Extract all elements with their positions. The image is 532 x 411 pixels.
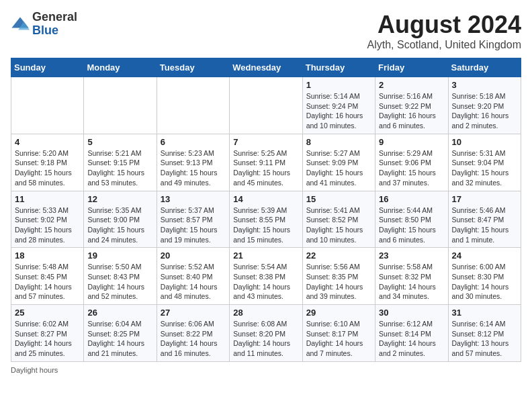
calendar-cell: 23Sunrise: 5:58 AMSunset: 8:32 PMDayligh…	[375, 248, 448, 305]
calendar-cell: 24Sunrise: 6:00 AMSunset: 8:30 PMDayligh…	[448, 248, 521, 305]
calendar-cell: 21Sunrise: 5:54 AMSunset: 8:38 PMDayligh…	[230, 248, 302, 305]
calendar-cell: 22Sunrise: 5:56 AMSunset: 8:35 PMDayligh…	[302, 248, 375, 305]
calendar-cell: 19Sunrise: 5:50 AMSunset: 8:43 PMDayligh…	[84, 248, 157, 305]
day-number: 19	[87, 250, 152, 261]
day-number: 14	[233, 194, 298, 204]
calendar-cell: 5Sunrise: 5:21 AMSunset: 9:15 PMDaylight…	[84, 134, 157, 191]
day-info: Sunrise: 5:29 AMSunset: 9:06 PMDaylight:…	[379, 148, 444, 188]
header-sunday: Sunday	[11, 58, 84, 77]
calendar-cell: 7Sunrise: 5:25 AMSunset: 9:11 PMDaylight…	[230, 134, 302, 191]
footer-note: Daylight hours	[11, 366, 521, 374]
calendar-cell: 11Sunrise: 5:33 AMSunset: 9:02 PMDayligh…	[11, 191, 84, 248]
day-info: Sunrise: 5:35 AMSunset: 9:00 PMDaylight:…	[87, 205, 152, 245]
day-number: 24	[452, 250, 517, 261]
day-number: 22	[306, 250, 371, 261]
calendar-cell	[11, 77, 84, 134]
day-info: Sunrise: 5:16 AMSunset: 9:22 PMDaylight:…	[379, 91, 444, 131]
calendar-cell: 26Sunrise: 6:04 AMSunset: 8:25 PMDayligh…	[84, 305, 157, 362]
day-info: Sunrise: 5:44 AMSunset: 8:50 PMDaylight:…	[379, 205, 444, 245]
day-number: 4	[15, 137, 80, 147]
logo: General Blue	[11, 11, 77, 38]
day-number: 30	[379, 308, 444, 318]
day-number: 11	[15, 194, 80, 204]
logo-general: General	[32, 10, 77, 24]
day-info: Sunrise: 5:33 AMSunset: 9:02 PMDaylight:…	[15, 205, 80, 245]
calendar-cell: 17Sunrise: 5:46 AMSunset: 8:47 PMDayligh…	[448, 191, 521, 248]
calendar-cell: 8Sunrise: 5:27 AMSunset: 9:09 PMDaylight…	[302, 134, 375, 191]
day-info: Sunrise: 5:46 AMSunset: 8:47 PMDaylight:…	[452, 205, 517, 245]
calendar-table: SundayMondayTuesdayWednesdayThursdayFrid…	[11, 58, 521, 362]
day-info: Sunrise: 5:37 AMSunset: 8:57 PMDaylight:…	[161, 205, 226, 245]
day-number: 7	[233, 137, 298, 147]
day-info: Sunrise: 5:21 AMSunset: 9:15 PMDaylight:…	[87, 148, 152, 188]
day-info: Sunrise: 5:52 AMSunset: 8:40 PMDaylight:…	[161, 262, 226, 302]
calendar-cell: 14Sunrise: 5:39 AMSunset: 8:55 PMDayligh…	[230, 191, 302, 248]
day-number: 2	[379, 80, 444, 90]
day-info: Sunrise: 5:56 AMSunset: 8:35 PMDaylight:…	[306, 262, 371, 302]
day-number: 29	[306, 308, 371, 318]
logo-text: General Blue	[32, 11, 77, 38]
calendar-cell: 13Sunrise: 5:37 AMSunset: 8:57 PMDayligh…	[157, 191, 229, 248]
page-header: General Blue August 2024 Alyth, Scotland…	[11, 11, 521, 51]
header-row: SundayMondayTuesdayWednesdayThursdayFrid…	[11, 58, 521, 77]
day-number: 17	[452, 194, 517, 204]
day-number: 16	[379, 194, 444, 204]
day-number: 9	[379, 137, 444, 147]
week-row-4: 18Sunrise: 5:48 AMSunset: 8:45 PMDayligh…	[11, 248, 521, 305]
day-info: Sunrise: 5:31 AMSunset: 9:04 PMDaylight:…	[452, 148, 517, 188]
header-wednesday: Wednesday	[230, 58, 302, 77]
calendar-cell: 27Sunrise: 6:06 AMSunset: 8:22 PMDayligh…	[157, 305, 229, 362]
day-info: Sunrise: 6:02 AMSunset: 8:27 PMDaylight:…	[15, 319, 80, 359]
calendar-cell	[230, 77, 302, 134]
calendar-cell: 10Sunrise: 5:31 AMSunset: 9:04 PMDayligh…	[448, 134, 521, 191]
title-block: August 2024 Alyth, Scotland, United King…	[367, 11, 521, 51]
day-info: Sunrise: 5:58 AMSunset: 8:32 PMDaylight:…	[379, 262, 444, 302]
day-info: Sunrise: 6:08 AMSunset: 8:20 PMDaylight:…	[233, 319, 298, 359]
day-number: 26	[87, 308, 152, 318]
calendar-cell: 31Sunrise: 6:14 AMSunset: 8:12 PMDayligh…	[448, 305, 521, 362]
day-info: Sunrise: 5:50 AMSunset: 8:43 PMDaylight:…	[87, 262, 152, 302]
day-number: 8	[306, 137, 371, 147]
day-number: 27	[161, 308, 226, 318]
calendar-cell	[157, 77, 229, 134]
day-number: 5	[87, 137, 152, 147]
day-info: Sunrise: 6:00 AMSunset: 8:30 PMDaylight:…	[452, 262, 517, 302]
day-info: Sunrise: 5:27 AMSunset: 9:09 PMDaylight:…	[306, 148, 371, 188]
day-info: Sunrise: 6:10 AMSunset: 8:17 PMDaylight:…	[306, 319, 371, 359]
calendar-body: 1Sunrise: 5:14 AMSunset: 9:24 PMDaylight…	[11, 77, 521, 362]
page-title: August 2024	[367, 11, 521, 39]
day-number: 10	[452, 137, 517, 147]
day-number: 13	[161, 194, 226, 204]
day-info: Sunrise: 6:06 AMSunset: 8:22 PMDaylight:…	[161, 319, 226, 359]
day-number: 18	[15, 250, 80, 261]
calendar-cell: 18Sunrise: 5:48 AMSunset: 8:45 PMDayligh…	[11, 248, 84, 305]
calendar-cell: 30Sunrise: 6:12 AMSunset: 8:14 PMDayligh…	[375, 305, 448, 362]
calendar-cell: 15Sunrise: 5:41 AMSunset: 8:52 PMDayligh…	[302, 191, 375, 248]
calendar-cell: 1Sunrise: 5:14 AMSunset: 9:24 PMDaylight…	[302, 77, 375, 134]
day-info: Sunrise: 5:18 AMSunset: 9:20 PMDaylight:…	[452, 91, 517, 131]
calendar-cell: 29Sunrise: 6:10 AMSunset: 8:17 PMDayligh…	[302, 305, 375, 362]
day-number: 1	[306, 80, 371, 90]
header-monday: Monday	[84, 58, 157, 77]
week-row-2: 4Sunrise: 5:20 AMSunset: 9:18 PMDaylight…	[11, 134, 521, 191]
page-subtitle: Alyth, Scotland, United Kingdom	[367, 39, 521, 51]
day-info: Sunrise: 5:41 AMSunset: 8:52 PMDaylight:…	[306, 205, 371, 245]
day-info: Sunrise: 6:12 AMSunset: 8:14 PMDaylight:…	[379, 319, 444, 359]
day-info: Sunrise: 5:14 AMSunset: 9:24 PMDaylight:…	[306, 91, 371, 131]
day-number: 21	[233, 250, 298, 261]
header-thursday: Thursday	[302, 58, 375, 77]
day-info: Sunrise: 5:39 AMSunset: 8:55 PMDaylight:…	[233, 205, 298, 245]
calendar-cell: 20Sunrise: 5:52 AMSunset: 8:40 PMDayligh…	[157, 248, 229, 305]
header-saturday: Saturday	[448, 58, 521, 77]
day-info: Sunrise: 5:48 AMSunset: 8:45 PMDaylight:…	[15, 262, 80, 302]
calendar-cell: 2Sunrise: 5:16 AMSunset: 9:22 PMDaylight…	[375, 77, 448, 134]
header-friday: Friday	[375, 58, 448, 77]
calendar-header: SundayMondayTuesdayWednesdayThursdayFrid…	[11, 58, 521, 77]
week-row-5: 25Sunrise: 6:02 AMSunset: 8:27 PMDayligh…	[11, 305, 521, 362]
day-info: Sunrise: 6:04 AMSunset: 8:25 PMDaylight:…	[87, 319, 152, 359]
calendar-cell: 12Sunrise: 5:35 AMSunset: 9:00 PMDayligh…	[84, 191, 157, 248]
day-info: Sunrise: 5:20 AMSunset: 9:18 PMDaylight:…	[15, 148, 80, 188]
header-tuesday: Tuesday	[157, 58, 229, 77]
day-number: 12	[87, 194, 152, 204]
week-row-1: 1Sunrise: 5:14 AMSunset: 9:24 PMDaylight…	[11, 77, 521, 134]
